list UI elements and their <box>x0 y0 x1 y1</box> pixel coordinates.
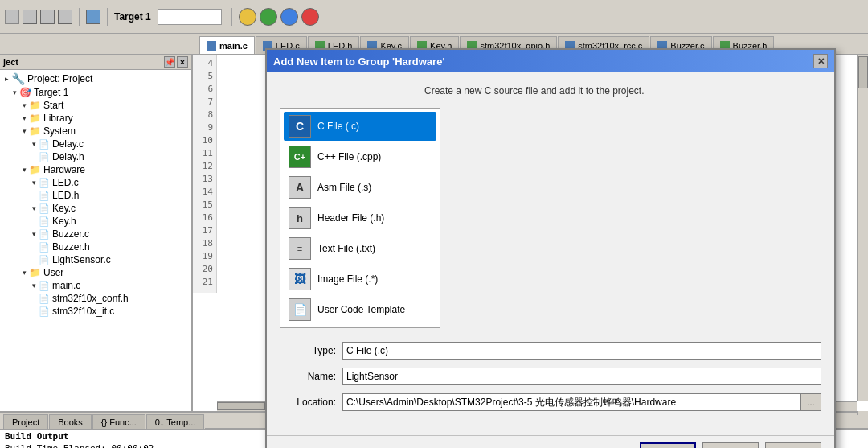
file-type-cpp[interactable]: C+ C++ File (.cpp) <box>284 142 436 171</box>
file-type-asm[interactable]: A Asm File (.s) <box>284 173 436 202</box>
bottom-tab-func[interactable]: {} Func... <box>92 414 145 429</box>
target-dropdown[interactable] <box>158 9 222 25</box>
location-field-input[interactable] <box>342 393 800 411</box>
line-21: 21 <box>193 277 216 290</box>
close-button[interactable]: Close <box>702 442 759 448</box>
tree-arrow-start: ▾ <box>19 101 29 110</box>
tree-label-user: User <box>43 267 63 278</box>
main-c-file-icon: 📄 <box>39 281 50 291</box>
type-field-row: Type: <box>280 342 821 360</box>
tree-item-led-h[interactable]: 📄 LED.h <box>0 189 191 202</box>
file-type-image[interactable]: 🖼 Image File (.*) <box>284 265 436 294</box>
target-icon: 🎯 <box>19 87 31 98</box>
tree-item-target[interactable]: ▾ 🎯 Target 1 <box>0 86 191 99</box>
text-file-label: Text File (.txt) <box>317 243 375 254</box>
h-scrollbar-thumb[interactable] <box>217 402 265 410</box>
dialog-fields: Type: Name: Location: ... <box>280 342 821 411</box>
tree-item-hardware[interactable]: ▾ 📁 Hardware <box>0 163 191 176</box>
tree-item-main-c[interactable]: ▾ 📄 main.c <box>0 279 191 292</box>
sidebar-title: ject <box>3 57 18 67</box>
tree-label-it-c-file: stm32f10x_it.c <box>52 306 114 317</box>
line-17: 17 <box>193 225 216 238</box>
code-v-scrollbar[interactable] <box>857 55 868 401</box>
line-5: 5 <box>193 71 216 84</box>
delay-c-icon: 📄 <box>39 139 50 150</box>
tree-item-project[interactable]: ▸ 🔧 Project: Project <box>0 72 191 86</box>
v-scrollbar-thumb[interactable] <box>858 56 868 88</box>
tree-arrow-project: ▸ <box>2 74 11 84</box>
line-12: 12 <box>193 161 216 174</box>
bottom-tab-books[interactable]: Books <box>49 414 92 429</box>
asm-file-icon: A <box>289 176 311 199</box>
tree-label-conf-h-file: stm32f10x_conf.h <box>52 293 129 304</box>
library-folder-icon: 📁 <box>29 113 41 124</box>
key-c-file-icon: 📄 <box>39 203 50 214</box>
template-file-label: User Code Template <box>317 304 405 315</box>
header-file-icon: h <box>289 207 311 229</box>
toolbar-build-icon[interactable] <box>239 8 256 26</box>
dialog-titlebar: Add New Item to Group 'Hardware' ✕ <box>267 50 834 72</box>
toolbar-load-icon[interactable] <box>280 8 298 26</box>
file-type-header[interactable]: h Header File (.h) <box>284 203 436 232</box>
tree-label-system: System <box>43 125 76 137</box>
tree-item-key-c[interactable]: ▾ 📄 Key.c <box>0 202 191 215</box>
toolbar: Target 1 <box>0 0 868 34</box>
tree-label-led-h-file: LED.h <box>52 190 79 201</box>
tree-item-buzzer-c[interactable]: ▾ 📄 Buzzer.c <box>0 228 191 240</box>
tab-main-c[interactable]: main.c <box>199 36 255 54</box>
system-folder-icon: 📁 <box>29 125 41 137</box>
tree-item-buzzer-h[interactable]: 📄 Buzzer.h <box>0 240 191 253</box>
tree-item-led-c[interactable]: ▾ 📄 LED.c <box>0 176 191 189</box>
tree-item-library[interactable]: ▾ 📁 Library <box>0 112 191 125</box>
tree-label-delay-c: Delay.c <box>52 138 84 150</box>
tree-item-system[interactable]: ▾ 📁 System <box>0 125 191 138</box>
tree-item-start[interactable]: ▾ 📁 Start <box>0 99 191 112</box>
bottom-tab-temp[interactable]: 0↓ Temp... <box>146 414 205 429</box>
line-6: 6 <box>193 84 216 97</box>
tree-item-it-c[interactable]: 📄 stm32f10x_it.c <box>0 305 191 318</box>
line-20: 20 <box>193 264 216 277</box>
line-19: 19 <box>193 251 216 264</box>
tree-label-start: Start <box>43 100 63 111</box>
sidebar-close-btn[interactable]: × <box>177 56 188 68</box>
tree-item-lightsensor[interactable]: 📄 LightSensor.c <box>0 253 191 266</box>
help-button[interactable]: Help <box>765 442 821 448</box>
sidebar: ject 📌 × ▸ 🔧 Project: Project ▾ 🎯 Target… <box>0 55 193 411</box>
c-file-label: C File (.c) <box>317 121 359 132</box>
file-type-template[interactable]: 📄 User Code Template <box>284 295 436 324</box>
location-field-row: Location: ... <box>280 393 821 411</box>
tree-item-key-h[interactable]: 📄 Key.h <box>0 215 191 228</box>
line-11: 11 <box>193 148 216 161</box>
add-new-item-dialog: Add New Item to Group 'Hardware' ✕ Creat… <box>265 48 836 448</box>
line-16: 16 <box>193 212 216 225</box>
add-button[interactable]: Add <box>640 442 696 448</box>
name-field-input[interactable] <box>342 368 821 385</box>
line-15: 15 <box>193 199 216 212</box>
file-type-list: C C File (.c) C+ C++ File (.cpp) A Asm F… <box>280 108 440 328</box>
tree-item-user[interactable]: ▾ 📁 User <box>0 266 191 279</box>
bottom-tab-project[interactable]: Project <box>3 414 48 429</box>
tree-arrow-buzzer-c: ▾ <box>29 229 39 239</box>
tree-label-delay-h: Delay.h <box>52 151 84 162</box>
project-icon: 🔧 <box>11 72 25 85</box>
location-field-label: Location: <box>280 397 336 408</box>
file-type-text[interactable]: ≡ Text File (.txt) <box>284 234 436 263</box>
browse-button[interactable]: ... <box>800 393 821 411</box>
it-c-file-icon: 📄 <box>39 306 50 317</box>
toolbar-debug-icon[interactable] <box>301 8 319 26</box>
toolbar-icon-1 <box>5 10 19 24</box>
tree-label-lightsensor-file: LightSensor.c <box>52 254 111 265</box>
tree-item-delay-h[interactable]: 📄 Delay.h <box>0 150 191 163</box>
c-file-icon: C <box>289 115 311 138</box>
tree-item-conf-h[interactable]: 📄 stm32f10x_conf.h <box>0 292 191 305</box>
file-type-c[interactable]: C C File (.c) <box>284 112 436 141</box>
sidebar-header: ject 📌 × <box>0 55 191 70</box>
toolbar-rebuild-icon[interactable] <box>260 8 277 26</box>
dialog-close-button[interactable]: ✕ <box>813 54 828 68</box>
tree-item-delay-c[interactable]: ▾ 📄 Delay.c <box>0 138 191 150</box>
tree-label-led-c-file: LED.c <box>52 177 79 188</box>
location-field-wrapper: ... <box>342 393 821 411</box>
type-field-input[interactable] <box>342 342 821 360</box>
toolbar-icon-5 <box>86 10 100 24</box>
sidebar-pin-btn[interactable]: 📌 <box>164 56 175 68</box>
